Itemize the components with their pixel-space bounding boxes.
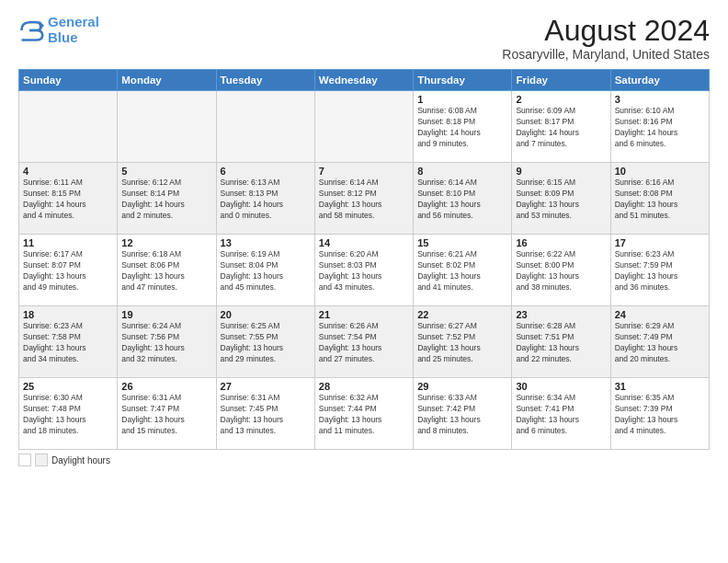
day-info: Sunrise: 6:35 AM Sunset: 7:39 PM Dayligh… xyxy=(615,393,705,437)
calendar-cell: 5Sunrise: 6:12 AM Sunset: 8:14 PM Daylig… xyxy=(118,163,216,235)
main-title: August 2024 xyxy=(502,15,710,47)
calendar-cell: 20Sunrise: 6:25 AM Sunset: 7:55 PM Dayli… xyxy=(216,306,314,378)
calendar-cell: 6Sunrise: 6:13 AM Sunset: 8:13 PM Daylig… xyxy=(216,163,314,235)
calendar-cell: 10Sunrise: 6:16 AM Sunset: 8:08 PM Dayli… xyxy=(610,163,709,235)
legend-label: Daylight hours xyxy=(51,455,110,465)
day-info: Sunrise: 6:11 AM Sunset: 8:15 PM Dayligh… xyxy=(23,178,113,222)
calendar-cell: 27Sunrise: 6:31 AM Sunset: 7:45 PM Dayli… xyxy=(216,378,314,450)
logo: General Blue xyxy=(18,15,99,45)
day-number: 17 xyxy=(615,237,705,248)
day-number: 7 xyxy=(319,166,409,177)
calendar-cell xyxy=(19,91,118,163)
day-info: Sunrise: 6:20 AM Sunset: 8:03 PM Dayligh… xyxy=(319,249,409,293)
day-number: 11 xyxy=(23,237,113,248)
day-info: Sunrise: 6:30 AM Sunset: 7:48 PM Dayligh… xyxy=(23,393,113,437)
day-info: Sunrise: 6:34 AM Sunset: 7:41 PM Dayligh… xyxy=(516,393,606,437)
calendar-week-row: 11Sunrise: 6:17 AM Sunset: 8:07 PM Dayli… xyxy=(19,235,710,306)
weekday-header: Thursday xyxy=(414,70,512,91)
subtitle: Rosaryville, Maryland, United States xyxy=(502,47,710,62)
calendar-cell: 9Sunrise: 6:15 AM Sunset: 8:09 PM Daylig… xyxy=(512,163,610,235)
day-number: 31 xyxy=(615,381,705,392)
calendar-cell: 4Sunrise: 6:11 AM Sunset: 8:15 PM Daylig… xyxy=(19,163,118,235)
calendar-cell: 14Sunrise: 6:20 AM Sunset: 8:03 PM Dayli… xyxy=(314,235,413,306)
day-number: 29 xyxy=(417,381,507,392)
day-number: 21 xyxy=(319,309,409,320)
calendar-week-row: 18Sunrise: 6:23 AM Sunset: 7:58 PM Dayli… xyxy=(19,306,710,378)
day-info: Sunrise: 6:17 AM Sunset: 8:07 PM Dayligh… xyxy=(23,249,113,293)
footer: Daylight hours xyxy=(18,454,710,466)
day-number: 6 xyxy=(221,166,311,177)
day-number: 27 xyxy=(221,381,311,392)
day-info: Sunrise: 6:10 AM Sunset: 8:16 PM Dayligh… xyxy=(615,106,705,150)
page: General Blue August 2024 Rosaryville, Ma… xyxy=(0,0,728,563)
calendar-cell: 19Sunrise: 6:24 AM Sunset: 7:56 PM Dayli… xyxy=(118,306,216,378)
day-number: 22 xyxy=(417,309,507,320)
day-number: 24 xyxy=(615,309,705,320)
legend-box-shaded xyxy=(35,454,48,466)
day-number: 3 xyxy=(615,94,705,105)
logo-line1: General xyxy=(48,14,99,29)
day-info: Sunrise: 6:28 AM Sunset: 7:51 PM Dayligh… xyxy=(516,321,606,365)
day-number: 13 xyxy=(221,237,311,248)
calendar-cell: 28Sunrise: 6:32 AM Sunset: 7:44 PM Dayli… xyxy=(314,378,413,450)
weekday-header: Friday xyxy=(512,70,610,91)
day-info: Sunrise: 6:08 AM Sunset: 8:18 PM Dayligh… xyxy=(417,106,507,150)
day-number: 23 xyxy=(516,309,606,320)
calendar-cell: 17Sunrise: 6:23 AM Sunset: 7:59 PM Dayli… xyxy=(610,235,709,306)
day-info: Sunrise: 6:12 AM Sunset: 8:14 PM Dayligh… xyxy=(121,178,211,222)
day-number: 20 xyxy=(221,309,311,320)
calendar-cell: 24Sunrise: 6:29 AM Sunset: 7:49 PM Dayli… xyxy=(610,306,709,378)
calendar-cell: 18Sunrise: 6:23 AM Sunset: 7:58 PM Dayli… xyxy=(19,306,118,378)
calendar-cell: 29Sunrise: 6:33 AM Sunset: 7:42 PM Dayli… xyxy=(414,378,512,450)
day-info: Sunrise: 6:23 AM Sunset: 7:58 PM Dayligh… xyxy=(23,321,113,365)
day-info: Sunrise: 6:13 AM Sunset: 8:13 PM Dayligh… xyxy=(221,178,311,222)
calendar-week-row: 1Sunrise: 6:08 AM Sunset: 8:18 PM Daylig… xyxy=(19,91,710,163)
calendar-cell: 7Sunrise: 6:14 AM Sunset: 8:12 PM Daylig… xyxy=(314,163,413,235)
day-number: 18 xyxy=(23,309,113,320)
calendar-cell: 12Sunrise: 6:18 AM Sunset: 8:06 PM Dayli… xyxy=(118,235,216,306)
calendar-cell: 15Sunrise: 6:21 AM Sunset: 8:02 PM Dayli… xyxy=(414,235,512,306)
day-info: Sunrise: 6:16 AM Sunset: 8:08 PM Dayligh… xyxy=(615,178,705,222)
day-info: Sunrise: 6:27 AM Sunset: 7:52 PM Dayligh… xyxy=(417,321,507,365)
calendar-cell: 31Sunrise: 6:35 AM Sunset: 7:39 PM Dayli… xyxy=(610,378,709,450)
day-number: 9 xyxy=(516,166,606,177)
day-number: 30 xyxy=(516,381,606,392)
logo-icon xyxy=(18,17,44,43)
calendar-cell: 1Sunrise: 6:08 AM Sunset: 8:18 PM Daylig… xyxy=(414,91,512,163)
header: General Blue August 2024 Rosaryville, Ma… xyxy=(18,15,710,62)
day-info: Sunrise: 6:25 AM Sunset: 7:55 PM Dayligh… xyxy=(221,321,311,365)
calendar-cell xyxy=(118,91,216,163)
day-number: 5 xyxy=(121,166,211,177)
day-number: 14 xyxy=(319,237,409,248)
day-info: Sunrise: 6:31 AM Sunset: 7:47 PM Dayligh… xyxy=(121,393,211,437)
day-info: Sunrise: 6:21 AM Sunset: 8:02 PM Dayligh… xyxy=(417,249,507,293)
calendar-cell: 22Sunrise: 6:27 AM Sunset: 7:52 PM Dayli… xyxy=(414,306,512,378)
calendar-cell: 30Sunrise: 6:34 AM Sunset: 7:41 PM Dayli… xyxy=(512,378,610,450)
day-info: Sunrise: 6:15 AM Sunset: 8:09 PM Dayligh… xyxy=(516,178,606,222)
weekday-header: Sunday xyxy=(19,70,118,91)
calendar-cell: 21Sunrise: 6:26 AM Sunset: 7:54 PM Dayli… xyxy=(314,306,413,378)
day-number: 16 xyxy=(516,237,606,248)
day-info: Sunrise: 6:14 AM Sunset: 8:10 PM Dayligh… xyxy=(417,178,507,222)
day-info: Sunrise: 6:22 AM Sunset: 8:00 PM Dayligh… xyxy=(516,249,606,293)
calendar-week-row: 25Sunrise: 6:30 AM Sunset: 7:48 PM Dayli… xyxy=(19,378,710,450)
calendar-cell: 16Sunrise: 6:22 AM Sunset: 8:00 PM Dayli… xyxy=(512,235,610,306)
weekday-header: Wednesday xyxy=(314,70,413,91)
weekday-header-row: SundayMondayTuesdayWednesdayThursdayFrid… xyxy=(19,70,710,91)
day-number: 2 xyxy=(516,94,606,105)
weekday-header: Monday xyxy=(118,70,216,91)
weekday-header: Saturday xyxy=(610,70,709,91)
day-number: 28 xyxy=(319,381,409,392)
weekday-header: Tuesday xyxy=(216,70,314,91)
day-number: 12 xyxy=(121,237,211,248)
day-info: Sunrise: 6:19 AM Sunset: 8:04 PM Dayligh… xyxy=(221,249,311,293)
legend-box-light xyxy=(18,454,31,466)
day-number: 8 xyxy=(417,166,507,177)
day-number: 10 xyxy=(615,166,705,177)
day-info: Sunrise: 6:33 AM Sunset: 7:42 PM Dayligh… xyxy=(417,393,507,437)
calendar-cell: 11Sunrise: 6:17 AM Sunset: 8:07 PM Dayli… xyxy=(19,235,118,306)
calendar-cell xyxy=(216,91,314,163)
title-block: August 2024 Rosaryville, Maryland, Unite… xyxy=(502,15,710,62)
calendar-cell: 13Sunrise: 6:19 AM Sunset: 8:04 PM Dayli… xyxy=(216,235,314,306)
calendar-cell xyxy=(314,91,413,163)
